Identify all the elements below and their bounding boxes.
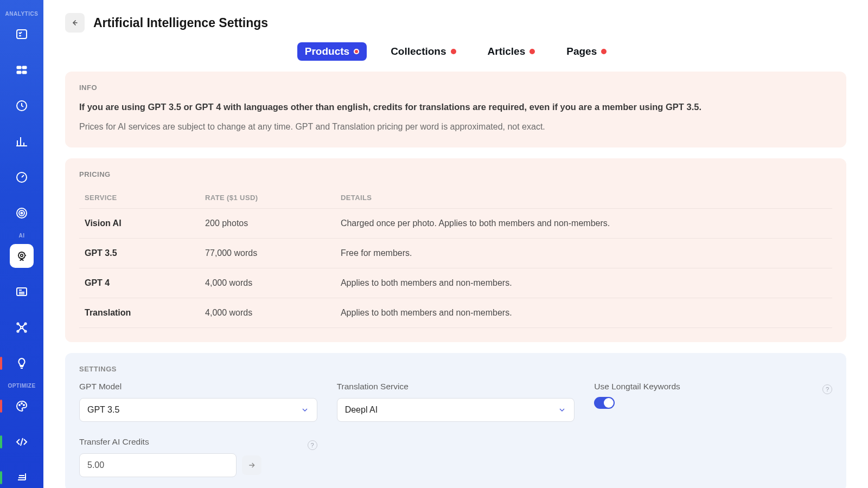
field-label-translation: Translation Service (337, 382, 575, 391)
back-button[interactable] (65, 13, 85, 33)
table-row: Translation 4,000 words Applies to both … (79, 298, 832, 328)
pricing-rate: 4,000 words (200, 298, 335, 328)
gauge-icon (15, 171, 28, 184)
info-primary-text: If you are using GPT 3.5 or GPT 4 with l… (79, 100, 832, 114)
bar-chart-icon (15, 135, 28, 148)
svg-rect-2 (22, 66, 27, 69)
brain-gear-icon (15, 249, 28, 262)
sidebar-item-gauge[interactable] (10, 165, 34, 189)
notch-indicator (0, 400, 2, 413)
svg-point-11 (21, 254, 23, 256)
svg-rect-3 (17, 71, 21, 74)
sidebar-item-target[interactable] (10, 201, 34, 225)
arrow-left-icon (70, 18, 80, 28)
longtail-toggle[interactable] (594, 397, 615, 409)
field-label-gpt-model: GPT Model (79, 382, 317, 391)
tab-label: Collections (391, 46, 446, 57)
sidebar-item-grid[interactable] (10, 58, 34, 82)
svg-point-18 (19, 404, 20, 406)
select-value: Deepl AI (345, 405, 378, 415)
field-label-longtail: Use Longtail Keywords (594, 382, 680, 391)
entity-tabs: Products Collections Articles Pages (65, 42, 846, 61)
sidebar-item-news[interactable] (10, 280, 34, 304)
svg-point-19 (21, 403, 22, 404)
tab-pages[interactable]: Pages (559, 42, 614, 61)
notch-indicator (0, 357, 2, 370)
field-longtail: Use Longtail Keywords ? (594, 382, 832, 409)
tab-label: Pages (566, 46, 597, 57)
info-secondary-text: Prices for AI services are subject to ch… (79, 120, 832, 133)
grid-icon (15, 63, 28, 76)
pricing-service: GPT 3.5 (79, 238, 200, 268)
sidebar-item-network[interactable] (10, 316, 34, 339)
sidebar-item-ideas[interactable] (10, 351, 34, 375)
target-icon (15, 207, 28, 220)
pricing-details: Applies to both members and non-members. (335, 268, 832, 298)
news-icon (15, 285, 28, 298)
tab-label: Articles (488, 46, 526, 57)
transfer-submit-button[interactable] (242, 455, 261, 475)
svg-point-8 (19, 210, 24, 216)
pricing-rate: 77,000 words (200, 238, 335, 268)
sidebar-item-stack[interactable] (10, 466, 34, 488)
panel-heading-settings: SETTINGS (79, 365, 832, 373)
sidebar-item-palette[interactable] (10, 394, 34, 418)
sidebar-section-analytics: ANALYTICS (5, 11, 39, 17)
notch-indicator (0, 471, 2, 484)
stack-icon (15, 471, 28, 484)
pricing-details: Applies to both members and non-members. (335, 298, 832, 328)
chevron-down-icon (301, 406, 309, 414)
svg-point-9 (21, 213, 23, 214)
panel-heading-pricing: PRICING (79, 170, 832, 178)
notch-indicator (0, 435, 2, 448)
gpt-model-select[interactable]: GPT 3.5 (79, 398, 317, 422)
pricing-rate: 4,000 words (200, 268, 335, 298)
status-dot-icon (354, 49, 359, 54)
page-title: Artificial Intelligence Settings (93, 16, 268, 30)
translation-service-select[interactable]: Deepl AI (337, 398, 575, 422)
main-content: Artificial Intelligence Settings Product… (43, 0, 868, 488)
tab-articles[interactable]: Articles (480, 42, 543, 61)
field-label-transfer: Transfer AI Credits (79, 437, 149, 447)
clock-icon (15, 99, 28, 112)
table-row: GPT 4 4,000 words Applies to both member… (79, 268, 832, 298)
svg-rect-1 (17, 66, 21, 69)
chevron-down-icon (558, 406, 566, 414)
transfer-credits-input[interactable] (79, 453, 237, 477)
tab-label: Products (305, 46, 349, 57)
table-row: GPT 3.5 77,000 words Free for members. (79, 238, 832, 268)
pricing-details: Free for members. (335, 238, 832, 268)
pricing-service: Translation (79, 298, 200, 328)
status-dot-icon (601, 49, 607, 54)
pricing-table: SERVICE RATE ($1 USD) DETAILS Vision AI … (79, 187, 832, 328)
field-gpt-model: GPT Model GPT 3.5 (79, 382, 317, 422)
sidebar-section-optimize: OPTIMIZE (8, 383, 35, 389)
sidebar-item-code[interactable] (10, 430, 34, 454)
pricing-service: GPT 4 (79, 268, 200, 298)
select-value: GPT 3.5 (87, 405, 119, 415)
palette-icon (15, 400, 28, 413)
pricing-panel: PRICING SERVICE RATE ($1 USD) DETAILS Vi… (65, 158, 846, 342)
pricing-col-details: DETAILS (335, 187, 832, 209)
network-icon (15, 321, 28, 334)
pricing-rate: 200 photos (200, 208, 335, 238)
help-icon[interactable]: ? (822, 384, 832, 394)
tab-collections[interactable]: Collections (383, 42, 463, 61)
settings-panel: SETTINGS GPT Model GPT 3.5 Translation S… (65, 353, 846, 488)
status-dot-icon (529, 49, 535, 54)
sidebar-item-chart[interactable] (10, 130, 34, 153)
sidebar-item-history[interactable] (10, 94, 34, 118)
svg-rect-0 (17, 30, 27, 38)
svg-point-20 (23, 404, 24, 406)
help-icon[interactable]: ? (308, 440, 317, 450)
sidebar-item-checklist[interactable] (10, 22, 34, 46)
svg-point-7 (17, 208, 27, 218)
arrow-right-icon (247, 461, 256, 470)
pricing-col-rate: RATE ($1 USD) (200, 187, 335, 209)
pricing-details: Charged once per photo. Applies to both … (335, 208, 832, 238)
sidebar-item-ai-settings[interactable] (10, 244, 34, 268)
status-dot-icon (451, 49, 456, 54)
svg-rect-4 (22, 71, 27, 74)
tab-products[interactable]: Products (297, 42, 367, 61)
sidebar: ANALYTICS AI (0, 0, 43, 488)
